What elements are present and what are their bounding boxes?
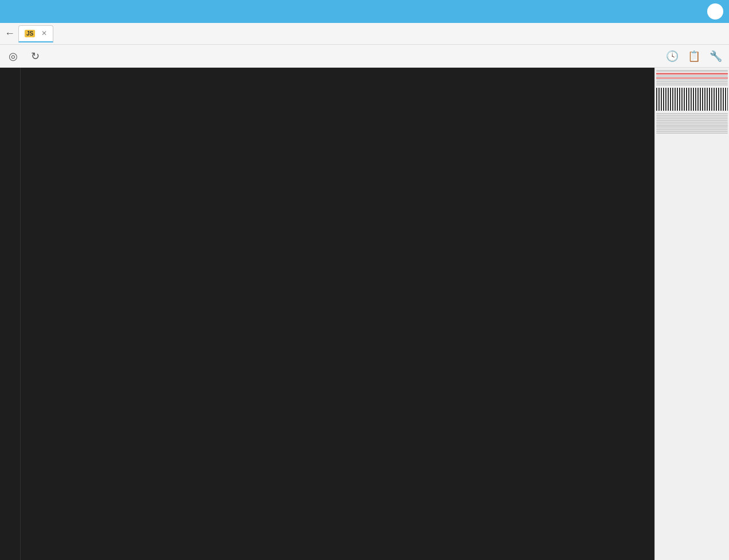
tabbar: ← JS ✕ (0, 23, 729, 45)
line-numbers (0, 68, 21, 560)
main-area (0, 68, 729, 560)
clock-button[interactable]: 🕓 (664, 48, 681, 65)
refresh-button[interactable]: ↻ (26, 48, 44, 65)
tab-js-badge: JS (25, 30, 35, 37)
toolbar-right: 🕓 📋 🔧 (664, 48, 724, 65)
barcode-image (656, 88, 728, 111)
list-button[interactable]: 📋 (685, 48, 703, 65)
back-button[interactable]: ← (5, 28, 15, 40)
toolbar: ◎ ↻ 🕓 📋 🔧 (0, 45, 729, 68)
code-editor[interactable] (0, 68, 654, 560)
code-content[interactable] (21, 68, 654, 560)
toolbar-left: ◎ ↻ (5, 48, 44, 65)
code-area (0, 68, 654, 560)
thumbnail-panel (654, 68, 729, 560)
settings-button[interactable]: 🔧 (707, 48, 724, 65)
target-button[interactable]: ◎ (5, 48, 22, 65)
tab-iq-datum[interactable]: JS ✕ (18, 25, 53, 42)
tab-close-button[interactable]: ✕ (41, 29, 47, 37)
info-icon[interactable] (707, 3, 723, 20)
header (0, 0, 729, 23)
